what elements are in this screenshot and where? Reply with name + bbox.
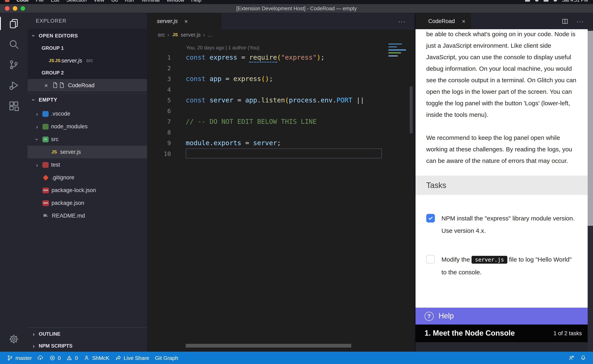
- activity-extensions[interactable]: [0, 95, 28, 116]
- code-line[interactable]: 8: [147, 127, 415, 138]
- minimap[interactable]: [388, 44, 408, 58]
- breadcrumb-item[interactable]: JSserver.js: [172, 31, 200, 38]
- code-line[interactable]: 3const app = express();: [147, 74, 415, 84]
- menubar-clock[interactable]: Sat 4:51 PM: [562, 0, 588, 2]
- menubar-status-icon[interactable]: [535, 0, 539, 2]
- more-actions-icon[interactable]: ···: [577, 18, 584, 25]
- activity-run-debug[interactable]: [0, 75, 28, 95]
- open-editor-item[interactable]: ×CodeRoad: [28, 79, 147, 91]
- menu-edit[interactable]: Edit: [51, 0, 59, 3]
- section-npm-scripts[interactable]: ›NPM SCRIPTS: [28, 340, 147, 352]
- minimize-window-button[interactable]: [13, 6, 17, 11]
- menu-file[interactable]: File: [36, 0, 44, 3]
- code-line[interactable]: 7// -- DO NOT EDIT BELOW THIS LINE: [147, 116, 415, 127]
- menu-selection[interactable]: Selection: [66, 0, 87, 3]
- open-editors-header[interactable]: › OPEN EDITORS: [28, 30, 147, 42]
- code-line[interactable]: 4: [147, 84, 415, 95]
- open-editor-item[interactable]: JSJSserver.jssrc: [28, 54, 147, 67]
- chevron-right-icon: ›: [34, 124, 40, 129]
- line-number[interactable]: 3: [147, 74, 171, 84]
- status-git-graph[interactable]: Git Graph: [152, 352, 181, 364]
- tree-item-server-js[interactable]: JSserver.js: [28, 146, 147, 158]
- status-cloud-upload[interactable]: [35, 352, 46, 364]
- tree-item-package-json[interactable]: npmpackage.json: [28, 197, 147, 209]
- menubar-status-icon[interactable]: [543, 0, 548, 2]
- line-number[interactable]: 4: [147, 84, 171, 95]
- lesson-paragraph: We recommend to keep the log panel open …: [426, 132, 581, 167]
- menu-terminal[interactable]: Terminal: [141, 0, 160, 3]
- line-number[interactable]: 2: [147, 63, 171, 74]
- tree-item-readme-md[interactable]: M↓README.md: [28, 209, 147, 222]
- menubar-status-icon[interactable]: [553, 0, 557, 2]
- help-bar[interactable]: ? Help: [415, 308, 588, 325]
- line-number[interactable]: 5: [147, 95, 171, 106]
- status-bell[interactable]: [577, 355, 589, 361]
- tree-item-package-lock-json[interactable]: npmpackage-lock.json: [28, 184, 147, 197]
- code-line[interactable]: 1const express = require("express");: [147, 52, 415, 63]
- webview-bottom-strip: [415, 342, 588, 352]
- activity-source-control[interactable]: [0, 54, 28, 75]
- status-shmck[interactable]: ShMcK: [81, 352, 112, 364]
- coderoad-tab[interactable]: CodeRoad ×: [415, 13, 471, 29]
- close-window-button[interactable]: [5, 6, 9, 11]
- status-live-share[interactable]: Live Share: [112, 352, 152, 364]
- panel-scrollbar-thumb[interactable]: [588, 31, 593, 226]
- task-checkbox[interactable]: [426, 214, 435, 222]
- section-outline[interactable]: ›OUTLINE: [28, 328, 147, 340]
- close-tab-icon[interactable]: ×: [184, 18, 188, 25]
- line-number[interactable]: 8: [147, 127, 171, 138]
- line-number[interactable]: 9: [147, 138, 171, 149]
- breadcrumb-item[interactable]: src: [158, 32, 165, 38]
- status-0[interactable]: 0: [46, 352, 63, 364]
- menu-run[interactable]: Run: [125, 0, 134, 3]
- titlebar: [Extension Development Host] - CodeRoad …: [0, 4, 593, 13]
- status-master[interactable]: master: [4, 352, 35, 364]
- activity-search[interactable]: [0, 34, 28, 54]
- task-text: NPM install the "express" library module…: [441, 212, 578, 237]
- bell-icon: [580, 355, 586, 361]
- editor-tab[interactable]: server.js ×: [147, 13, 221, 29]
- line-number[interactable]: 6: [147, 106, 171, 116]
- line-number[interactable]: 7: [147, 116, 171, 127]
- code-editor[interactable]: 1const express = require("express");23co…: [147, 52, 415, 159]
- close-icon[interactable]: ×: [43, 82, 49, 89]
- apple-menu-icon[interactable]: [5, 0, 9, 2]
- line-number[interactable]: 10: [147, 149, 171, 159]
- tree-item-test[interactable]: ›test: [28, 158, 147, 171]
- editor-vertical-scrollbar[interactable]: [410, 86, 413, 133]
- chevron-right-icon: ›: [34, 162, 40, 168]
- status-contact[interactable]: [565, 355, 577, 361]
- task-checkbox[interactable]: [426, 255, 435, 264]
- code-line[interactable]: 2: [147, 63, 415, 74]
- activity-settings[interactable]: [0, 329, 28, 349]
- activity-explorer[interactable]: [0, 13, 28, 34]
- panel-scrollbar[interactable]: [588, 29, 593, 352]
- menu-help[interactable]: Help: [191, 0, 201, 3]
- extensions-icon: [9, 101, 19, 111]
- code-line[interactable]: 9module.exports = server;: [147, 138, 415, 149]
- menu-code[interactable]: Code: [16, 0, 29, 3]
- code-line[interactable]: 6: [147, 106, 415, 116]
- code-line[interactable]: 5const server = app.listen(process.env.P…: [147, 95, 415, 106]
- editor-horizontal-scrollbar[interactable]: [186, 344, 351, 348]
- line-number[interactable]: 1: [147, 52, 171, 63]
- close-tab-icon[interactable]: ×: [462, 18, 466, 25]
- menu-go[interactable]: Go: [111, 0, 118, 3]
- tree-item-vscode[interactable]: ›.vscode: [28, 107, 147, 120]
- menubar-status-icon[interactable]: [525, 0, 530, 2]
- status-0[interactable]: 0: [64, 352, 81, 364]
- tree-item-node-modules[interactable]: ›node_modules: [28, 120, 147, 133]
- tree-item-gitignore[interactable]: .gitignore: [28, 171, 147, 184]
- zoom-window-button[interactable]: [20, 6, 25, 11]
- breadcrumb-item[interactable]: …: [207, 32, 213, 38]
- more-actions-icon[interactable]: ···: [398, 18, 406, 25]
- tree-item-src[interactable]: ›‹›src: [28, 133, 147, 146]
- menu-view[interactable]: View: [94, 0, 104, 3]
- split-editor-icon[interactable]: [562, 18, 568, 25]
- chevron-right-icon: ›: [34, 111, 40, 117]
- menu-window[interactable]: Window: [167, 0, 184, 3]
- code-line[interactable]: 10: [147, 149, 415, 159]
- workspace-header[interactable]: › EMPTY: [28, 93, 147, 106]
- task-text: Modify the server.js file to log "Hello …: [441, 253, 578, 279]
- open-editors-section: › OPEN EDITORS GROUP 1JSJSserver.jssrcGR…: [28, 29, 147, 91]
